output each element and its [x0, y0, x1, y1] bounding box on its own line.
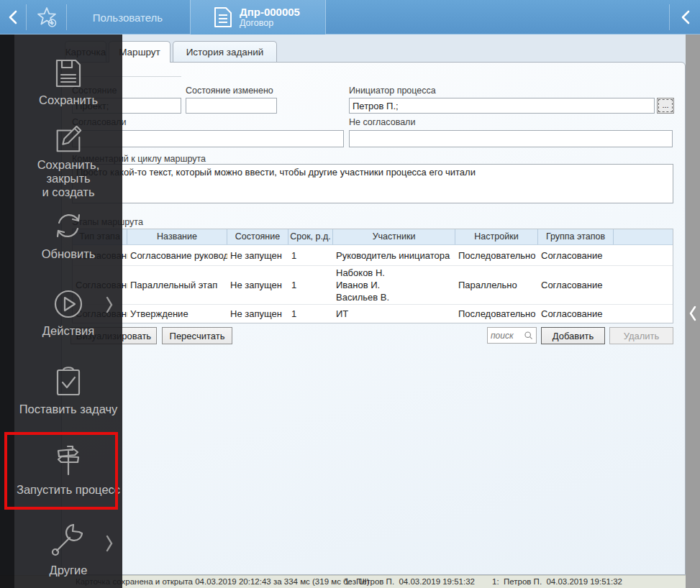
star-add-icon: [35, 5, 59, 29]
status-entry-2: 1: Петров П. 04.03.2019 19:51:32: [492, 577, 622, 586]
recalculate-button[interactable]: Пересчитать: [162, 327, 232, 344]
cell-settings: Параллельно: [455, 278, 538, 292]
state-changed-input[interactable]: [186, 98, 277, 114]
table-row[interactable]: Согласование Параллельный этап Не запуще…: [73, 265, 673, 304]
menu-item-label: Сохранить, закрыть и создать: [14, 158, 122, 199]
collapse-left-icon: [680, 9, 691, 25]
search-box: [487, 327, 537, 344]
stages-table-header: Тип этапа Название Состояние Срок, р.д. …: [73, 229, 673, 245]
menu-item-label: Сохранить: [14, 93, 122, 107]
collapse-left-icon: [688, 305, 697, 322]
cell-group: Согласование: [538, 249, 614, 262]
table-row[interactable]: Согласование Согласование руководителем …: [73, 245, 673, 265]
col-state[interactable]: Состояние: [227, 229, 288, 244]
topbar-divider: [669, 4, 670, 30]
col-name[interactable]: Название: [127, 229, 227, 244]
cell-participants: Набоков Н. Иванов И. Васильев В.: [333, 265, 455, 305]
cell-state: Не запущен: [227, 278, 288, 292]
actions-submenu-chevron-icon: [105, 295, 114, 314]
cell-name: Согласование руководителем: [127, 249, 227, 262]
tab-route-label: Маршрут: [119, 47, 160, 58]
back-button[interactable]: [3, 0, 23, 35]
cell-participants: Руководитель инициатора: [333, 249, 455, 262]
col-filler: [614, 229, 673, 244]
top-navigation-bar: Пользователь Дпр-000005 Договор: [0, 0, 700, 35]
initiator-picker-button[interactable]: ...: [657, 98, 674, 114]
add-button[interactable]: Добавить: [541, 327, 605, 344]
col-participants[interactable]: Участники: [333, 229, 455, 244]
col-stage-group[interactable]: Группа этапов: [538, 229, 614, 244]
cell-group: Согласование: [538, 307, 614, 321]
document-tab-subtitle: Договор: [240, 18, 300, 29]
menu-item-label: Действия: [14, 324, 122, 338]
others-submenu-chevron-icon: [105, 534, 114, 553]
topbar-collapse-button[interactable]: [673, 0, 698, 35]
menu-item-label: Запустить процесс: [14, 483, 122, 497]
task-clipboard-icon: [50, 364, 86, 400]
state-changed-label: Состояние изменено: [186, 86, 273, 96]
stages-table: Тип этапа Название Состояние Срок, р.д. …: [72, 229, 673, 323]
overlay-left-edge: [0, 35, 14, 588]
col-settings[interactable]: Настройки: [455, 229, 538, 244]
menu-item-label: Поставить задачу: [14, 403, 122, 416]
menu-item-refresh[interactable]: Обновить: [14, 207, 122, 261]
table-row[interactable]: Согласование Утверждение Не запущен 1 ИТ…: [73, 304, 673, 323]
start-process-signpost-icon: [48, 440, 88, 480]
back-chevron-icon: [7, 9, 19, 25]
menu-item-save-close-create[interactable]: Сохранить, закрыть и создать: [14, 122, 122, 199]
cell-name: Утверждение: [127, 307, 227, 321]
cell-name: Параллельный этап: [127, 278, 227, 292]
refresh-icon: [50, 207, 87, 244]
tab-task-history-label: История заданий: [186, 47, 264, 58]
menu-item-create-task[interactable]: Поставить задачу: [14, 364, 122, 416]
cell-settings: Последовательно: [455, 307, 538, 321]
document-tab-title: Дпр-000005: [240, 6, 300, 18]
more-menu-overlay: Сохранить Сохранить, закрыть и создать О…: [0, 35, 122, 588]
tab-task-history[interactable]: История заданий: [173, 41, 277, 62]
menu-item-label: Обновить: [14, 247, 122, 261]
topbar-divider: [26, 4, 27, 30]
tab-user[interactable]: Пользователь: [67, 0, 188, 35]
save-close-create-icon: [52, 122, 85, 155]
menu-item-label: Другие: [14, 564, 122, 577]
menu-item-start-process[interactable]: Запустить процесс: [14, 440, 122, 497]
favorites-button[interactable]: [30, 0, 63, 35]
tab-user-label: Пользователь: [93, 12, 163, 24]
status-entry-1: 1: Петров П. 04.03.2019 19:51:32: [345, 577, 475, 586]
cell-term: 1: [288, 249, 333, 262]
cell-state: Не запущен: [227, 307, 288, 321]
cell-state: Не запущен: [227, 249, 288, 262]
menu-item-save[interactable]: Сохранить: [14, 56, 122, 107]
save-icon: [51, 56, 86, 91]
tab-document-active[interactable]: Дпр-000005 Договор: [190, 0, 326, 35]
initiator-label: Инициатор процесса: [349, 86, 436, 96]
actions-play-icon: [51, 287, 86, 321]
document-icon: [214, 6, 232, 28]
col-term[interactable]: Срок, р.д.: [288, 229, 333, 244]
search-input[interactable]: [491, 331, 524, 341]
search-icon: [524, 331, 533, 340]
delete-button[interactable]: Удалить: [609, 327, 673, 344]
initiator-input[interactable]: [349, 98, 655, 114]
others-wrench-icon: [47, 519, 89, 561]
cell-group: Согласование: [538, 278, 614, 292]
cell-term: 1: [288, 307, 333, 321]
cell-settings: Последовательно: [455, 249, 538, 262]
right-collapse-strip[interactable]: [686, 35, 700, 588]
not-approved-label: Не согласовали: [349, 117, 415, 127]
cell-term: 1: [288, 278, 333, 292]
cell-participants: ИТ: [333, 307, 455, 321]
comment-input[interactable]: Просто какой-то текст, который можно вве…: [72, 164, 673, 203]
not-approved-input[interactable]: [349, 130, 673, 147]
